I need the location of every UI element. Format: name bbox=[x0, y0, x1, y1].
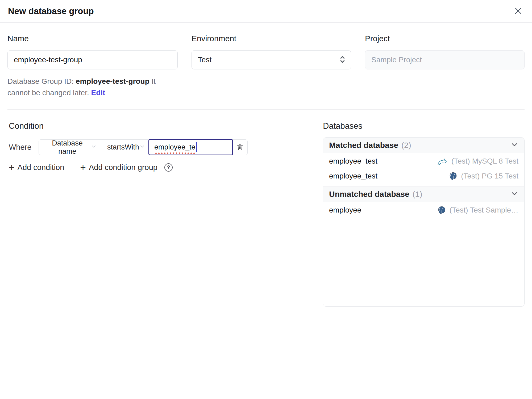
matched-database-header[interactable]: Matched database(2) bbox=[323, 138, 524, 153]
select-updown-icon bbox=[339, 55, 346, 65]
environment-select[interactable]: Test bbox=[192, 50, 351, 69]
matched-database-title: Matched database bbox=[329, 141, 398, 149]
help-icon[interactable]: ? bbox=[164, 163, 173, 172]
add-condition-group-label: Add condition group bbox=[89, 163, 157, 172]
unmatched-database-header[interactable]: Unmatched database(1) bbox=[323, 186, 524, 202]
condition-field-value: Database name bbox=[44, 139, 91, 156]
group-id-note: Database Group ID: employee-test-group I… bbox=[7, 76, 178, 98]
group-id-value: employee-test-group bbox=[76, 77, 149, 85]
project-input[interactable] bbox=[365, 50, 525, 69]
condition-row: Where Database name startsWith employee_… bbox=[9, 139, 312, 155]
unmatched-database-count: (1) bbox=[413, 190, 422, 198]
condition-operator-value: startsWith bbox=[107, 143, 139, 151]
condition-value-text: employee_te bbox=[154, 143, 196, 151]
matched-database-title-wrap: Matched database(2) bbox=[329, 141, 411, 150]
database-instance: (Test) Test Sample… bbox=[437, 206, 518, 215]
database-instance-label: (Test) MySQL 8 Test bbox=[451, 157, 518, 165]
databases-panel: Matched database(2) employee_test bbox=[323, 137, 525, 307]
dialog-header: New database group bbox=[0, 0, 532, 23]
project-field-group: Project bbox=[365, 34, 525, 98]
where-label: Where bbox=[9, 143, 39, 152]
close-button[interactable] bbox=[512, 5, 524, 18]
chevron-down-icon bbox=[91, 143, 97, 151]
environment-field-group: Environment Test bbox=[192, 34, 351, 98]
condition-actions: + Add condition + Add condition group ? bbox=[9, 163, 312, 172]
database-name: employee_test bbox=[329, 157, 377, 165]
add-condition-group-button[interactable]: + Add condition group ? bbox=[80, 163, 173, 172]
chevron-down-icon bbox=[510, 190, 518, 199]
databases-heading: Databases bbox=[323, 121, 525, 131]
condition-section: Condition Where Database name startsWith bbox=[9, 110, 323, 307]
database-name: employee bbox=[329, 206, 361, 214]
databases-section: Databases Matched database(2) employee_t… bbox=[323, 110, 525, 307]
add-condition-label: Add condition bbox=[18, 163, 64, 172]
database-instance-label: (Test) Test Sample… bbox=[450, 206, 518, 214]
postgres-icon bbox=[448, 172, 458, 181]
name-input[interactable] bbox=[7, 50, 178, 69]
project-label: Project bbox=[365, 34, 525, 43]
trash-icon bbox=[236, 143, 244, 152]
chevron-down-icon bbox=[139, 143, 145, 151]
text-cursor bbox=[196, 142, 197, 152]
delete-condition-button[interactable] bbox=[232, 140, 247, 155]
matched-database-rows: employee_test (Test) MySQL 8 Test employ… bbox=[323, 153, 524, 186]
database-row: employee (Test) Test Sample… bbox=[323, 203, 524, 218]
group-id-prefix: Database Group ID: bbox=[7, 77, 74, 85]
database-row: employee_test (Test) MySQL 8 Test bbox=[323, 154, 524, 169]
condition-value-input[interactable]: employee_te bbox=[148, 139, 233, 155]
name-label: Name bbox=[7, 34, 178, 43]
matched-database-count: (2) bbox=[401, 141, 411, 149]
dialog-title: New database group bbox=[8, 6, 94, 16]
database-instance-label: (Test) PG 15 Test bbox=[461, 172, 518, 180]
condition-operator-dropdown[interactable]: startsWith bbox=[102, 140, 149, 155]
plus-icon: + bbox=[9, 164, 15, 171]
database-instance: (Test) PG 15 Test bbox=[448, 172, 518, 181]
close-icon bbox=[513, 6, 523, 16]
condition-heading: Condition bbox=[9, 121, 312, 131]
name-field-group: Name Database Group ID: employee-test-gr… bbox=[7, 34, 178, 98]
database-instance: (Test) MySQL 8 Test bbox=[437, 157, 518, 165]
unmatched-database-rows: employee (Test) Test Sample… bbox=[323, 202, 524, 221]
environment-label: Environment bbox=[192, 34, 351, 43]
database-name: employee_test bbox=[329, 172, 377, 180]
mysql-icon bbox=[437, 157, 448, 165]
unmatched-database-title: Unmatched database bbox=[329, 190, 409, 198]
postgres-icon bbox=[437, 206, 446, 215]
database-row: employee_test (Test) PG 15 Test bbox=[323, 169, 524, 184]
chevron-down-icon bbox=[510, 141, 518, 150]
main-columns: Condition Where Database name startsWith bbox=[0, 110, 532, 307]
environment-value: Test bbox=[198, 56, 211, 64]
condition-expression-group: Database name startsWith employee_te bbox=[39, 139, 248, 155]
plus-icon: + bbox=[80, 164, 86, 171]
edit-group-id-link[interactable]: Edit bbox=[91, 89, 105, 97]
form-grid: Name Database Group ID: employee-test-gr… bbox=[0, 23, 532, 98]
condition-field-dropdown[interactable]: Database name bbox=[39, 140, 102, 155]
add-condition-button[interactable]: + Add condition bbox=[9, 163, 64, 172]
unmatched-database-title-wrap: Unmatched database(1) bbox=[329, 190, 422, 199]
